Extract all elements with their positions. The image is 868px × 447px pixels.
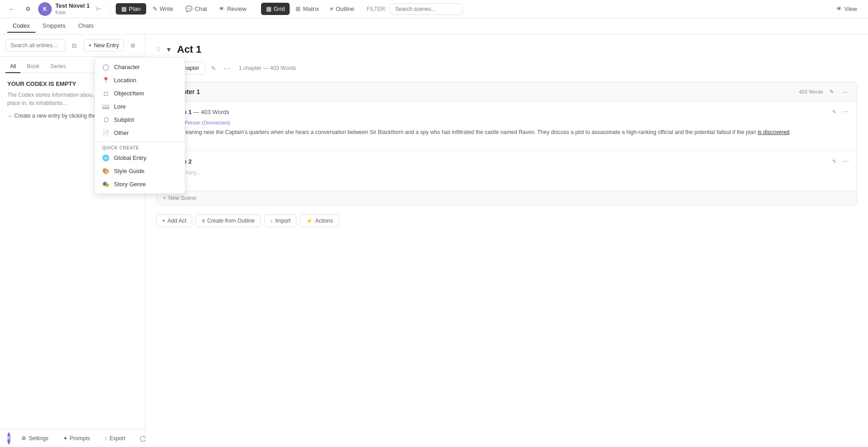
sidebar-tab-book[interactable]: Book: [22, 60, 44, 73]
plus-icon: +: [89, 42, 92, 49]
dropdown-item-story-genre[interactable]: 🎭 Story Genre: [95, 178, 185, 191]
footer-settings-button[interactable]: ⚙ Settings: [18, 433, 52, 443]
eye-icon: 👁: [836, 5, 842, 12]
main-content: ⠿ ▼ Act 1 + New Chapter ✎ ⋯ 1 chapter — …: [145, 35, 868, 447]
sidebar-tab-all[interactable]: All: [5, 60, 20, 73]
view-tab-grid[interactable]: ▦ Grid: [261, 3, 290, 15]
new-entry-button[interactable]: + New Entry: [84, 40, 124, 51]
outline-list-icon: ≡: [202, 218, 205, 224]
scene-more-button-1[interactable]: ⋯: [841, 107, 850, 116]
chapter-more-button[interactable]: ⋯: [840, 87, 850, 97]
settings-icon-button[interactable]: ⚙: [22, 3, 35, 15]
dropdown-item-object-item[interactable]: ◻ Object/Item: [95, 87, 185, 100]
scene-label-1[interactable]: 🏷 Label: [163, 140, 850, 145]
tab-review[interactable]: 👁 Review: [213, 3, 252, 15]
nav-tabs: ▦ Plan ✎ Write 💬 Chat 👁 Review: [116, 3, 252, 15]
filter-icon-button[interactable]: ⊟: [68, 39, 81, 52]
act-edit-button[interactable]: ✎: [208, 63, 219, 74]
novel-author: Kate: [55, 10, 90, 15]
scene-pov-1: POV: 3rd Person (Omniscient): [163, 120, 850, 125]
act-controls: + New Chapter ✎ ⋯ 1 chapter — 403 Words: [156, 62, 857, 74]
tab-plan[interactable]: ▦ Plan: [116, 3, 146, 15]
search-input-wrap: [5, 39, 65, 52]
dropdown-item-location[interactable]: 📍 Location: [95, 74, 185, 87]
tab-snippets[interactable]: Snippets: [37, 20, 71, 33]
lore-icon: 📖: [102, 103, 109, 110]
act-collapse-button[interactable]: ▼: [164, 45, 173, 54]
view-button[interactable]: 👁 View: [831, 3, 863, 15]
scene-add-summary-2[interactable]: Add summary...: [163, 169, 850, 176]
act-chapter-stats: 1 chapter — 403 Words: [239, 65, 296, 71]
gear-icon: ⚙: [130, 42, 136, 49]
scene-title-2: Scene 2: [169, 158, 827, 165]
tab-chat[interactable]: 💬 Chat: [180, 3, 212, 15]
back-button[interactable]: ←: [5, 3, 18, 15]
settings-icon: ⚙: [21, 435, 26, 442]
chat-bubble-icon: 💬: [185, 5, 192, 12]
scene-card-1: ⠿ Scene 1 — 403 Words ✎ ⋯ POV: 3rd Perso…: [157, 102, 857, 151]
location-icon: 📍: [102, 77, 109, 84]
scene-more-button-2[interactable]: ⋯: [841, 157, 850, 166]
tab-codex[interactable]: Codex: [7, 20, 35, 33]
scene-summary-1: Elsie is cleaning near the Captain's qua…: [163, 128, 850, 136]
dropdown-item-subplot[interactable]: ⬡ Subplot: [95, 113, 185, 126]
footer-export-button[interactable]: ↑ Export: [101, 433, 129, 443]
subplot-icon: ⬡: [102, 116, 109, 123]
dropdown-item-other[interactable]: 📄 Other: [95, 126, 185, 139]
outline-icon: ≡: [330, 5, 334, 12]
global-entry-icon: 🌐: [102, 154, 109, 161]
dropdown-item-character[interactable]: ◯ Character: [95, 60, 185, 74]
scene-header-1: ⠿ Scene 1 — 403 Words ✎ ⋯: [163, 107, 850, 116]
footer: K ⚙ Settings ✦ Prompts ↑ Export ◯ Saved: [0, 429, 145, 447]
footer-avatar: K: [7, 432, 10, 444]
filter-label: FILTER:: [367, 6, 387, 12]
quick-create-label: QUICK CREATE: [95, 144, 185, 151]
export-icon: ↑: [104, 435, 107, 442]
create-from-outline-button[interactable]: ≡ Create from Outline: [196, 214, 261, 227]
search-input[interactable]: [5, 39, 65, 52]
dropdown-item-global-entry[interactable]: 🌐 Global Entry: [95, 151, 185, 164]
chapter-card: ⠿ Chapter 1 403 Words ✎ ⋯ ⠿ Scene 1 — 40…: [156, 82, 857, 205]
footer-prompts-button[interactable]: ✦ Prompts: [59, 433, 94, 443]
matrix-icon: ⊞: [296, 5, 301, 12]
scene-label-2[interactable]: 🏷 Label: [163, 179, 850, 185]
chapter-edit-button[interactable]: ✎: [827, 87, 837, 97]
sidebar-settings-button[interactable]: ⚙: [127, 39, 139, 52]
tab-chats[interactable]: Chats: [73, 20, 99, 33]
act-drag-handle[interactable]: ⠿: [156, 46, 161, 53]
scene-edit-button-1[interactable]: ✎: [829, 107, 838, 116]
style-guide-icon: 🎨: [102, 168, 109, 174]
sidebar-tab-series[interactable]: Series: [46, 60, 70, 73]
add-act-button[interactable]: + Add Act: [156, 214, 192, 227]
view-tabs: ▦ Grid ⊞ Matrix ≡ Outline: [261, 3, 360, 15]
dropdown-divider: [95, 141, 185, 142]
act-title: Act 1: [177, 44, 202, 55]
summary-link-discovered[interactable]: is discovered: [758, 129, 789, 135]
import-button[interactable]: ↓ Import: [264, 214, 296, 227]
plan-icon: ▦: [121, 5, 127, 12]
act-header: ⠿ ▼ Act 1: [156, 44, 857, 55]
tab-write[interactable]: ✎ Write: [147, 3, 179, 15]
filter-input[interactable]: [390, 3, 463, 15]
actions-button[interactable]: ⚡ Actions: [300, 214, 339, 227]
plus-icon: +: [163, 195, 166, 201]
secondary-nav: Codex Snippets Chats: [0, 18, 868, 35]
dropdown-item-style-guide[interactable]: 🎨 Style Guide: [95, 164, 185, 178]
new-scene-button[interactable]: + New Scene: [157, 191, 857, 205]
actions-icon: ⚡: [306, 218, 313, 224]
filter-area: FILTER:: [367, 3, 463, 15]
dropdown-item-lore[interactable]: 📖 Lore: [95, 100, 185, 113]
new-entry-dropdown: ◯ Character 📍 Location ◻ Object/Item 📖 L…: [94, 57, 185, 194]
character-icon: ◯: [102, 64, 109, 70]
plus-icon: +: [162, 218, 165, 224]
view-tab-matrix[interactable]: ⊞ Matrix: [291, 3, 324, 15]
grid-icon: ▦: [266, 5, 271, 12]
avatar: K: [38, 2, 52, 16]
collapse-sidebar-button[interactable]: ⊢: [94, 4, 104, 15]
story-genre-icon: 🎭: [102, 181, 109, 188]
act-more-button[interactable]: ⋯: [222, 63, 232, 74]
nav-divider: [110, 5, 110, 14]
review-icon: 👁: [219, 5, 225, 12]
scene-edit-button-2[interactable]: ✎: [829, 157, 838, 166]
view-tab-outline[interactable]: ≡ Outline: [325, 3, 360, 15]
